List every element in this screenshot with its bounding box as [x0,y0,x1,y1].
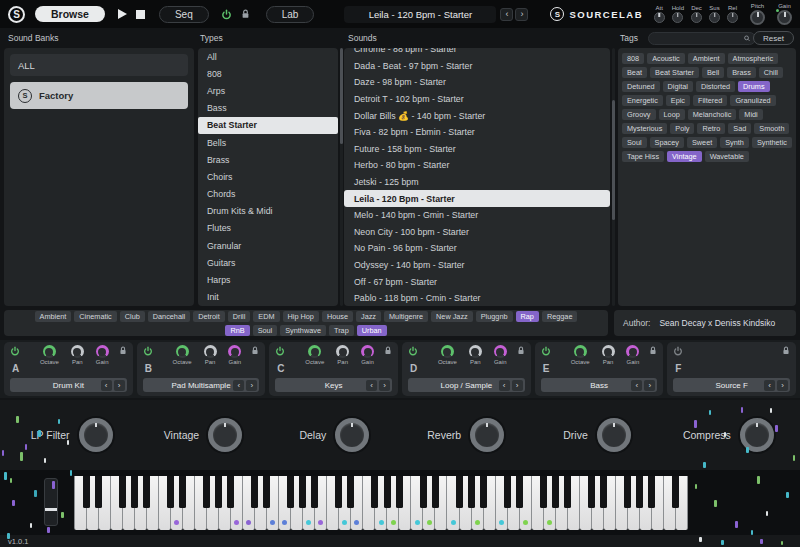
sound-item[interactable]: Odyssey - 140 bpm - Starter [344,257,610,274]
effect-knob[interactable] [740,418,774,452]
type-item[interactable]: Bells [198,134,338,151]
channel-name-bar[interactable]: Drum Kit‹› [10,378,127,392]
black-key[interactable] [540,476,547,508]
black-key[interactable] [456,476,463,508]
channel-octave-knob[interactable]: Octave [571,345,590,365]
channel-name-bar[interactable]: Keys‹› [275,378,392,392]
seq-button[interactable]: Seq [159,6,209,23]
sounds-scrollbar[interactable] [612,48,615,306]
tag-chip[interactable]: Smooth [754,123,789,134]
channel-pan-knob[interactable]: Pan [602,345,615,365]
sound-item[interactable]: Neon City - 100 bpm - Starter [344,224,610,241]
channel-name-bar[interactable]: Pad Multisample‹› [143,378,260,392]
types-scrollbar[interactable] [340,48,343,306]
black-key[interactable] [251,476,258,508]
black-key[interactable] [552,476,559,508]
channel-gain-knob[interactable]: Gain [494,345,507,365]
genre-chip[interactable]: Dancehall [148,311,190,322]
tag-chip[interactable]: Vintage [667,151,702,162]
channel-next-button[interactable]: › [512,380,523,391]
black-key[interactable] [600,476,607,508]
black-key[interactable] [624,476,631,508]
sound-item[interactable]: Future - 158 bpm - Starter [344,141,610,158]
env-knob-hold[interactable]: Hold [672,5,684,23]
black-key[interactable] [480,476,487,508]
black-key[interactable] [95,476,102,508]
channel-octave-knob[interactable]: Octave [173,345,192,365]
channel-next-button[interactable]: › [777,380,788,391]
tag-chip[interactable]: Beat Starter [650,67,699,78]
effect-knob[interactable] [208,418,242,452]
type-item[interactable]: All [198,48,338,65]
tag-chip[interactable]: Retro [697,123,725,134]
tag-chip[interactable]: Energetic [622,95,663,106]
sound-item[interactable]: Dada - Beat - 97 bpm - Starter [344,58,610,75]
type-item[interactable]: Beat Starter [198,117,338,134]
preset-display[interactable]: Leila - 120 Bpm - Starter [344,6,496,23]
preset-next-button[interactable]: › [515,8,528,21]
sound-item[interactable]: Daze - 98 bpm - Starter [344,74,610,91]
black-key[interactable] [468,476,475,508]
black-key[interactable] [396,476,403,508]
sound-item[interactable]: Melo - 140 bpm - Gmin - Starter [344,207,610,224]
channel-pan-knob[interactable]: Pan [71,345,84,365]
lock-icon[interactable] [782,346,790,355]
sound-item[interactable]: Detroit T - 102 bpm - Starter [344,91,610,108]
black-key[interactable] [672,476,679,508]
genre-chip[interactable]: Synthwave [280,325,326,336]
genre-chip[interactable]: Detroit [193,311,225,322]
channel-prev-button[interactable]: ‹ [631,380,642,391]
type-item[interactable]: Bass [198,100,338,117]
black-key[interactable] [143,476,150,508]
type-item[interactable]: Harps [198,271,338,288]
channel-name-bar[interactable]: Source F‹› [673,378,790,392]
env-knob-dec[interactable]: Dec [691,5,702,23]
type-item[interactable]: Arps [198,82,338,99]
lock-icon[interactable] [649,346,657,355]
genre-chip[interactable]: Hip Hop [283,311,319,322]
black-key[interactable] [648,476,655,508]
channel-power-icon[interactable] [408,346,418,356]
lock-icon[interactable] [517,346,525,355]
tag-search-input[interactable] [654,34,741,43]
tag-chip[interactable]: Sweet [687,137,717,148]
env-knob-rel[interactable]: Rel [727,5,738,23]
black-key[interactable] [335,476,342,508]
genre-chip[interactable]: House [322,311,353,322]
tag-chip[interactable]: Spacey [650,137,684,148]
genre-chip[interactable]: Cinematic [74,311,116,322]
channel-next-button[interactable]: › [114,380,125,391]
sound-item[interactable]: Dollar Bills 💰 - 140 bpm - Starter [344,107,610,124]
gain-knob[interactable]: Gain [777,3,792,25]
black-key[interactable] [564,476,571,508]
black-key[interactable] [384,476,391,508]
channel-prev-button[interactable]: ‹ [101,380,112,391]
tag-chip[interactable]: Midi [739,109,762,120]
channel-power-icon[interactable] [10,346,20,356]
black-key[interactable] [588,476,595,508]
types-scroll-thumb[interactable] [340,48,343,144]
black-key[interactable] [83,476,90,508]
pitch-knob[interactable]: Pitch [750,3,765,25]
type-item[interactable]: Flutes [198,220,338,237]
effect-knob[interactable] [79,418,113,452]
black-key[interactable] [215,476,222,508]
type-item[interactable]: Init [198,289,338,306]
type-item[interactable]: Guitars [198,254,338,271]
tag-chip[interactable]: Poly [670,123,694,134]
tag-chip[interactable]: Drums [738,81,770,92]
channel-name-bar[interactable]: Bass‹› [541,378,658,392]
channel-octave-knob[interactable]: Octave [40,345,59,365]
effect-knob[interactable] [597,418,631,452]
tag-chip[interactable]: Atmospheric [728,53,779,64]
genre-chip[interactable]: Ambient [35,311,72,322]
sound-item[interactable]: Leila - 120 Bpm - Starter [344,190,610,207]
tag-chip[interactable]: Granulized [730,95,775,106]
channel-gain-knob[interactable]: Gain [626,345,639,365]
type-item[interactable]: Brass [198,151,338,168]
type-item[interactable]: 808 [198,65,338,82]
tag-chip[interactable]: Epic [666,95,690,106]
genre-chip[interactable]: Pluggnb [476,311,513,322]
lock-icon[interactable] [119,346,127,355]
channel-gain-knob[interactable]: Gain [96,345,109,365]
